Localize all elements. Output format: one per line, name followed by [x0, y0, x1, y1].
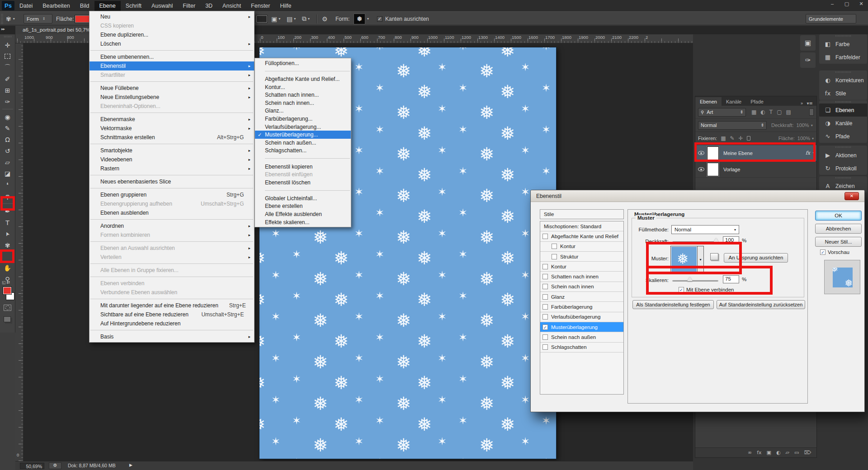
- menu-item[interactable]: Bearbeiten: [38, 1, 75, 11]
- menu-item[interactable]: ✓ Glanz... ▸: [255, 107, 351, 115]
- shape-preview-swatch[interactable]: ❅: [354, 14, 365, 24]
- blend-mode-dropdown[interactable]: Normal ▾: [671, 225, 739, 234]
- opacity-slider[interactable]: [672, 241, 718, 243]
- style-checkbox[interactable]: ✓: [542, 284, 548, 289]
- layers-action-icon[interactable]: fx: [757, 450, 761, 456]
- style-row[interactable]: ✓ Farbüberlagerung: [540, 302, 623, 312]
- style-row[interactable]: ✓ Verlaufsüberlagerung: [540, 312, 623, 322]
- pattern-swatch[interactable]: ❅: [670, 246, 698, 273]
- menu-item[interactable]: ✓ Vektormaske ▸: [90, 124, 254, 133]
- menu-item[interactable]: ✓ ▸: [90, 186, 254, 190]
- filter-kind-icon[interactable]: T: [769, 109, 773, 115]
- screen-mode-button[interactable]: [4, 316, 11, 322]
- status-menu-arrow-icon[interactable]: ▶: [129, 463, 132, 467]
- quick-mask-button[interactable]: [4, 305, 11, 311]
- menu-item[interactable]: ✓ Ebenengruppierung aufheben Umschalt+St…: [90, 199, 254, 208]
- menu-item[interactable]: ✓ Schnittmaske erstellen Alt+Strg+G ▸: [90, 133, 254, 142]
- layer-fx-badge[interactable]: fx: [806, 150, 810, 156]
- menu-item[interactable]: ✓ Musterüberlagerung... ▸: [255, 131, 351, 139]
- menu-item[interactable]: ✓ ▸: [90, 48, 254, 52]
- menu-item[interactable]: ✓ Ebenenstil ▸: [90, 61, 254, 70]
- menu-item[interactable]: ✓ Smartfilter ▸: [90, 70, 254, 80]
- menu-item[interactable]: ✓ CSS kopieren ▸: [90, 21, 254, 30]
- tool-button[interactable]: φ: [1, 190, 14, 202]
- maximize-icon[interactable]: ▢: [843, 1, 851, 7]
- style-checkbox[interactable]: ✓: [542, 324, 548, 330]
- gear-icon[interactable]: ⚙: [322, 15, 328, 23]
- menu-item[interactable]: Fenster: [246, 1, 275, 11]
- tool-button[interactable]: ⌒: [1, 62, 14, 73]
- dock-panel-button[interactable]: ◧ Farbe: [819, 38, 867, 51]
- menu-item[interactable]: ✓ Formen kombinieren ▸: [90, 230, 254, 240]
- tool-button[interactable]: [1, 251, 14, 262]
- menu-item[interactable]: ✓ Farbüberlagerung... ▸: [255, 115, 351, 123]
- menu-item[interactable]: ✓ Alle Effekte ausblenden ▸: [255, 210, 351, 218]
- style-checkbox[interactable]: ✓: [542, 314, 548, 320]
- menu-item[interactable]: ✓ Sichtbare auf eine Ebene reduzieren Um…: [90, 310, 254, 319]
- menu-item[interactable]: ✓ Ebene duplizieren... ▸: [90, 30, 254, 39]
- menu-item[interactable]: ✓ Löschen ▸: [90, 39, 254, 48]
- menu-item[interactable]: ✓ Verlaufsüberlagerung... ▸: [255, 123, 351, 131]
- tool-button[interactable]: ✑: [1, 96, 14, 107]
- style-row[interactable]: ✓ Schlagschatten: [540, 343, 623, 352]
- style-row[interactable]: ✓ Schein nach außen: [540, 332, 623, 342]
- layer-row-meine-ebene[interactable]: Meine Ebene fx ▾: [695, 145, 816, 161]
- tool-button[interactable]: ✎: [1, 122, 14, 134]
- fill-color-swatch[interactable]: [75, 15, 90, 23]
- opacity-slider-thumb[interactable]: [713, 238, 719, 242]
- layers-action-icon[interactable]: ▱: [786, 450, 789, 456]
- menu-item[interactable]: ✓ Effekte skalieren... ▸: [255, 218, 351, 226]
- menu-item[interactable]: Ebene: [94, 1, 121, 11]
- dock-panel-button[interactable]: ∿ Pfade: [819, 130, 867, 143]
- visibility-eye-icon[interactable]: [695, 151, 707, 155]
- dock-panel-button[interactable]: ▦ Farbfelder: [819, 51, 867, 64]
- layers-action-icon[interactable]: ⌦: [804, 450, 811, 456]
- tool-button[interactable]: ⊞: [1, 85, 14, 96]
- link-layer-checkbox[interactable]: ✓: [679, 287, 684, 292]
- vertical-ruler[interactable]: 0: [15, 43, 24, 461]
- style-checkbox[interactable]: ✓: [542, 334, 548, 340]
- tool-button[interactable]: ◉: [1, 111, 14, 122]
- tab-kanaele[interactable]: Kanäle: [722, 97, 746, 106]
- tool-button[interactable]: ◪: [1, 168, 14, 179]
- dock-panel-button[interactable]: fx Stile: [819, 87, 867, 100]
- menu-item[interactable]: ✓ ▸: [255, 155, 351, 163]
- lock-option-icon[interactable]: ▦: [721, 135, 726, 141]
- cancel-button[interactable]: Abbrechen: [815, 224, 862, 234]
- style-row[interactable]: ✓ Mischoptionen: Standard: [540, 221, 623, 231]
- menu-item[interactable]: ✓ Ebenenstil kopieren ▸: [255, 163, 351, 171]
- custom-shape-tool-icon[interactable]: ✾: [6, 15, 11, 23]
- menu-item[interactable]: Ansicht: [217, 1, 246, 11]
- menu-item[interactable]: ✓ Ebenenstil einfügen ▸: [255, 170, 351, 179]
- stroke-color-swatch[interactable]: [256, 15, 268, 23]
- fx-expand-icon[interactable]: ▾: [813, 151, 815, 155]
- menu-item[interactable]: ✓ ▸: [90, 80, 254, 84]
- menu-item[interactable]: ✓ Verbundene Ebenen auswählen ▸: [90, 288, 254, 297]
- swap-colors-icon[interactable]: ◱⇄: [2, 280, 11, 285]
- new-style-button[interactable]: Neuer Stil...: [815, 237, 862, 247]
- path-alignment-icon[interactable]: ▤: [287, 15, 292, 23]
- foreground-color-swatch[interactable]: [3, 287, 12, 295]
- dock-panel-button[interactable]: ◑ Kanäle: [819, 117, 867, 130]
- style-row[interactable]: ✓ Abgeflachte Kante und Relief: [540, 231, 623, 241]
- menu-item[interactable]: ✓ ▸: [90, 297, 254, 301]
- new-pattern-button[interactable]: [710, 253, 718, 260]
- layers-action-icon[interactable]: ◐: [776, 450, 781, 456]
- menu-item[interactable]: ✓ ▸: [90, 217, 254, 221]
- menu-item[interactable]: ✓ Neues ebenenbasiertes Slice ▸: [90, 177, 254, 186]
- filter-kind-icon[interactable]: ▤: [786, 109, 791, 115]
- workspace-switcher[interactable]: Grundelemente: [806, 14, 856, 24]
- style-checkbox[interactable]: ✓: [542, 274, 548, 279]
- align-origin-button[interactable]: An Ursprung ausrichten: [724, 253, 788, 263]
- menu-item[interactable]: ✓ Mit darunter liegender auf eine Ebene …: [90, 301, 254, 310]
- style-checkbox[interactable]: ✓: [542, 294, 548, 300]
- close-icon[interactable]: ✕: [857, 1, 865, 7]
- tab-ebenen[interactable]: Ebenen: [695, 97, 722, 106]
- pattern-dropdown[interactable]: ▾: [698, 246, 704, 273]
- style-checkbox[interactable]: ✓: [542, 304, 548, 310]
- menu-item[interactable]: ✓ Videoebenen ▸: [90, 155, 254, 164]
- dock-icon-button[interactable]: ▣: [800, 35, 816, 51]
- lock-option-icon[interactable]: ✛: [739, 135, 743, 141]
- align-edges-checkbox[interactable]: ✓: [377, 16, 382, 22]
- menu-item[interactable]: ✓ Schein nach innen... ▸: [255, 99, 351, 107]
